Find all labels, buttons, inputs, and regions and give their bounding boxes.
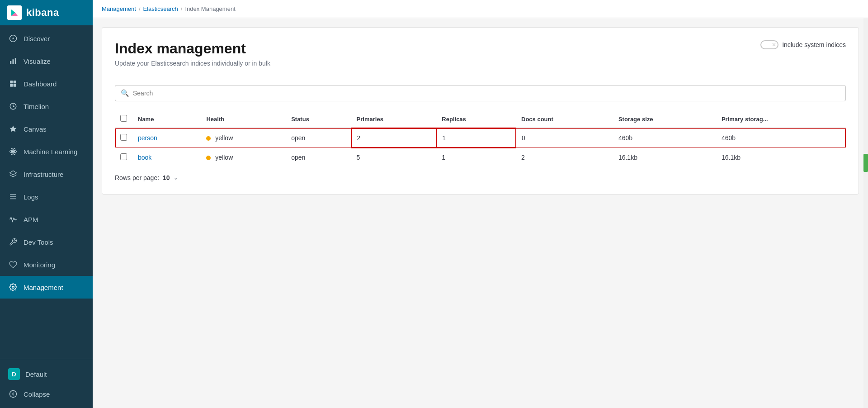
header-checkbox-cell	[115, 110, 132, 128]
svg-marker-1	[12, 37, 14, 39]
breadcrumb-sep-1: /	[139, 5, 141, 12]
search-box[interactable]: 🔍	[115, 85, 846, 101]
header-name: Name	[132, 110, 201, 128]
toggle-x-icon: ✕	[772, 42, 776, 48]
sidebar-bottom: D Default Collapse	[0, 359, 93, 408]
search-icon: 🔍	[121, 89, 129, 97]
header-primary-storage: Primary storag...	[716, 110, 846, 128]
sidebar-nav: Discover Visualize Dashboard Timelion	[0, 25, 93, 359]
rows-per-page-label: Rows per page:	[115, 174, 159, 181]
sidebar-item-label-dashboard: Dashboard	[24, 80, 57, 88]
rows-per-page-value: 10	[163, 174, 170, 181]
svg-rect-6	[14, 81, 16, 83]
compass-icon	[8, 33, 18, 43]
cell-primary-storage-book: 16.1kb	[716, 148, 846, 167]
row-checkbox-book[interactable]	[120, 153, 127, 160]
cell-status-person: open	[286, 128, 351, 148]
header-primaries: Primaries	[351, 110, 437, 128]
sidebar-item-logs[interactable]: Logs	[0, 185, 93, 208]
sidebar-item-management[interactable]: Management	[0, 276, 93, 299]
main-area: Management / Elasticsearch / Index Manag…	[93, 0, 868, 408]
default-space-item[interactable]: D Default	[0, 364, 93, 384]
search-input[interactable]	[133, 90, 840, 97]
svg-line-11	[13, 106, 14, 107]
cell-replicas-book: 1	[436, 148, 516, 167]
svg-marker-12	[10, 126, 17, 132]
sidebar-item-label-machine-learning: Machine Learning	[24, 148, 77, 156]
kibana-logo-icon	[7, 5, 22, 20]
sidebar: kibana Discover Visualize Dashboard	[0, 0, 93, 408]
grid-icon	[8, 79, 18, 89]
sidebar-item-label-monitoring: Monitoring	[24, 261, 55, 269]
cell-status-book: open	[286, 148, 351, 167]
sidebar-item-label-infrastructure: Infrastructure	[24, 171, 63, 178]
sidebar-item-label-timelion: Timelion	[24, 103, 49, 110]
indices-table: Name Health Status Primaries Replicas Do…	[115, 110, 846, 167]
table-row: person yellow open 2 1 0 460b 460b	[115, 128, 846, 148]
breadcrumb: Management / Elasticsearch / Index Manag…	[93, 0, 868, 18]
health-label-book: yellow	[215, 154, 233, 161]
rows-per-page[interactable]: Rows per page: 10 ⌄	[115, 174, 846, 181]
scrollbar-thumb[interactable]	[863, 154, 868, 172]
health-dot-person	[206, 136, 211, 141]
row-checkbox-person[interactable]	[120, 134, 127, 141]
logo-area: kibana	[0, 0, 93, 25]
sidebar-item-dashboard[interactable]: Dashboard	[0, 72, 93, 95]
index-management-card: Index management Update your Elasticsear…	[102, 27, 859, 195]
scrollbar-track	[863, 18, 868, 408]
sidebar-item-monitoring[interactable]: Monitoring	[0, 253, 93, 276]
sidebar-item-visualize[interactable]: Visualize	[0, 50, 93, 72]
layers-icon	[8, 169, 18, 179]
sidebar-item-label-apm: APM	[24, 216, 38, 223]
cell-storage-size-person: 460b	[613, 128, 716, 148]
svg-rect-2	[10, 61, 11, 64]
sidebar-item-discover[interactable]: Discover	[0, 27, 93, 50]
sidebar-item-machine-learning[interactable]: Machine Learning	[0, 140, 93, 163]
list-icon	[8, 192, 18, 202]
cell-docs-count-book: 2	[516, 148, 613, 167]
sidebar-item-label-logs: Logs	[24, 193, 38, 201]
svg-rect-8	[14, 84, 16, 87]
system-indices-toggle[interactable]: ✕	[760, 40, 778, 49]
breadcrumb-sep-2: /	[181, 5, 183, 12]
sidebar-item-dev-tools[interactable]: Dev Tools	[0, 231, 93, 253]
breadcrumb-management[interactable]: Management	[102, 5, 136, 12]
select-all-checkbox[interactable]	[120, 115, 127, 122]
header-storage-size: Storage size	[613, 110, 716, 128]
chevron-down-icon[interactable]: ⌄	[174, 175, 178, 181]
collapse-item[interactable]: Collapse	[0, 384, 93, 403]
cell-health-book: yellow	[201, 148, 286, 167]
sidebar-item-apm[interactable]: APM	[0, 208, 93, 231]
cell-health-person: yellow	[201, 128, 286, 148]
svg-point-21	[12, 286, 14, 289]
kibana-logo-text: kibana	[26, 7, 59, 19]
row-checkbox-cell	[115, 128, 132, 148]
sidebar-item-label-dev-tools: Dev Tools	[24, 238, 53, 246]
system-indices-label: Include system indices	[782, 41, 846, 48]
sidebar-item-label-discover: Discover	[24, 35, 50, 43]
cell-replicas-person: 1	[436, 128, 516, 148]
sidebar-item-canvas[interactable]: Canvas	[0, 118, 93, 140]
index-link-person[interactable]: person	[138, 134, 157, 142]
sidebar-item-label-visualize: Visualize	[24, 57, 51, 65]
breadcrumb-elasticsearch[interactable]: Elasticsearch	[143, 5, 178, 12]
sidebar-item-timelion[interactable]: Timelion	[0, 95, 93, 118]
health-dot-book	[206, 156, 211, 160]
index-link-book[interactable]: book	[138, 154, 151, 161]
gear-icon	[8, 282, 18, 292]
cell-name-person: person	[132, 128, 201, 148]
header-health: Health	[201, 110, 286, 128]
cell-primaries-book: 5	[351, 148, 437, 167]
star-icon	[8, 124, 18, 134]
system-indices-control[interactable]: ✕ Include system indices	[760, 40, 846, 49]
breadcrumb-index-management: Index Management	[185, 5, 235, 12]
collapse-label: Collapse	[24, 390, 50, 398]
health-label-person: yellow	[215, 134, 233, 142]
page-title: Index management	[115, 40, 270, 57]
cell-primary-storage-person: 460b	[716, 128, 846, 148]
sidebar-item-infrastructure[interactable]: Infrastructure	[0, 163, 93, 185]
cell-docs-count-person: 0	[516, 128, 613, 148]
cell-primaries-person: 2	[351, 128, 437, 148]
content-area: Index management Update your Elasticsear…	[93, 18, 868, 408]
heart-icon	[8, 260, 18, 270]
